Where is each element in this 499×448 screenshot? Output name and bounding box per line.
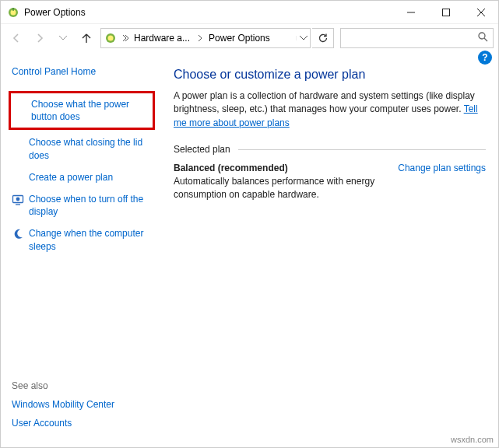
breadcrumb-segment-hardware[interactable]: Hardware a... [131, 29, 195, 47]
sidebar-link-label: Choose when to turn off the display [29, 193, 156, 218]
svg-rect-2 [12, 8, 13, 11]
help-icon[interactable]: ? [478, 51, 492, 65]
titlebar: Power Options [1, 1, 498, 24]
sidebar-link-power-button[interactable]: Choose what the power button does [9, 91, 155, 130]
change-plan-settings-link[interactable]: Change plan settings [398, 163, 486, 173]
plan-name: Balanced (recommended) [174, 163, 384, 173]
close-button[interactable] [463, 1, 498, 24]
description-text: A power plan is a collection of hardware… [174, 90, 475, 114]
sidebar-link-turn-off-display[interactable]: Choose when to turn off the display [12, 193, 156, 218]
forward-button[interactable] [29, 27, 51, 49]
moon-icon [12, 228, 24, 240]
breadcrumb[interactable]: Hardware a... Power Options [100, 28, 311, 48]
power-options-icon [7, 6, 19, 19]
breadcrumb-segment-power-options[interactable]: Power Options [206, 29, 275, 47]
window-title: Power Options [24, 7, 86, 18]
maximize-button[interactable] [428, 1, 463, 24]
svg-point-8 [108, 36, 114, 41]
sidebar-link-closing-lid[interactable]: Choose what closing the lid does [12, 136, 156, 161]
power-plan-row: Balanced (recommended) Automatically bal… [174, 163, 486, 201]
chevron-right-icon[interactable] [195, 34, 206, 42]
control-panel-home-link[interactable]: Control Panel Home [12, 66, 156, 77]
page-description: A power plan is a collection of hardware… [174, 89, 486, 130]
search-icon [478, 32, 488, 44]
breadcrumb-icon [104, 32, 117, 44]
breadcrumb-root-chevron[interactable] [120, 34, 131, 42]
see-also-mobility-center[interactable]: Windows Mobility Center [12, 399, 114, 410]
navigation-bar: Hardware a... Power Options [1, 24, 498, 52]
sidebar-link-label: Choose what closing the lid does [29, 136, 156, 161]
svg-point-12 [16, 198, 20, 201]
svg-rect-4 [442, 9, 449, 16]
refresh-button[interactable] [312, 28, 334, 48]
see-also-user-accounts[interactable]: User Accounts [12, 418, 114, 429]
display-icon [12, 194, 24, 206]
main-content: ? Choose or customize a power plan A pow… [164, 52, 498, 447]
page-title: Choose or customize a power plan [174, 68, 486, 82]
sidebar-link-computer-sleeps[interactable]: Change when the computer sleeps [12, 227, 156, 252]
breadcrumb-dropdown[interactable] [296, 36, 310, 40]
sidebar-link-create-plan[interactable]: Create a power plan [12, 171, 156, 184]
see-also-title: See also [12, 380, 114, 391]
watermark: wsxdn.com [451, 435, 494, 444]
minimize-button[interactable] [393, 1, 428, 24]
section-label: Selected plan [174, 144, 230, 155]
search-input[interactable] [340, 28, 494, 48]
sidebar: Control Panel Home Choose what the power… [1, 52, 164, 447]
recent-locations-button[interactable] [52, 27, 74, 49]
plan-description: Automatically balances performance with … [174, 175, 384, 201]
back-button[interactable] [5, 27, 27, 49]
see-also-section: See also Windows Mobility Center User Ac… [12, 380, 114, 436]
svg-line-10 [484, 38, 487, 41]
sidebar-link-label: Create a power plan [29, 171, 156, 184]
svg-point-9 [479, 33, 485, 39]
up-button[interactable] [76, 27, 97, 49]
selected-plan-header: Selected plan [174, 144, 486, 155]
sidebar-link-label: Choose what the power button does [31, 98, 149, 123]
sidebar-link-label: Change when the computer sleeps [29, 227, 156, 252]
